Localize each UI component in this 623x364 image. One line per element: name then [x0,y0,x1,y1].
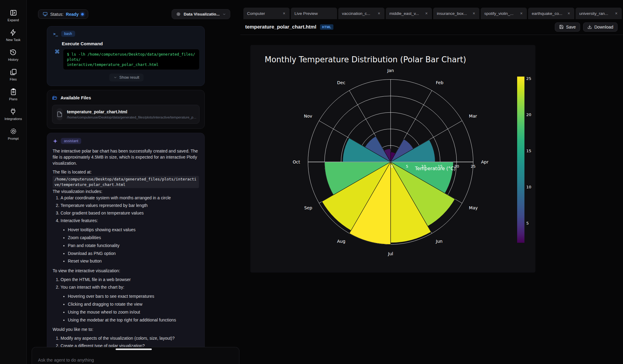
chat-panel: Status: Ready Data Visualizatio... >_ ba… [27,0,240,364]
download-icon [587,25,592,29]
download-button[interactable]: Download [583,22,618,32]
tab-close-icon[interactable]: × [472,11,476,16]
sidebar-item-integrations[interactable]: Integrations [5,108,22,121]
list-item: Using the mouse wheel to zoom in/out [68,309,199,315]
panel-drag-handle[interactable] [116,349,152,350]
gear-icon [176,12,181,17]
sidebar-item-label: Prompt [8,137,19,140]
save-label: Save [566,25,576,29]
tab-label: vaccination_c... [342,11,370,16]
agent-selector-dropdown[interactable]: Data Visualizatio... [172,9,230,19]
assistant-message-body: The interactive polar bar chart has been… [53,148,199,364]
file-list-item[interactable]: temperature_polar_chart.html /home/compu… [52,105,200,124]
chart-card: Monthly Temperature Distribution (Polar … [250,45,535,273]
file-thumb [57,108,63,120]
status-value: Ready [66,12,79,17]
bullet-list: Hover tooltips showing exact valuesZoom … [62,227,199,264]
download-label: Download [594,25,613,29]
list-item: A polar coordinate system with months ar… [61,195,199,201]
chevron-down-icon [113,76,117,79]
list-item: Hovering over bars to see exact temperat… [68,294,199,300]
tool-card-header: >_ bash [53,31,200,37]
list-item: Open the HTML file in a web browser [61,277,199,283]
colorbar-tick-label: 20 [526,112,531,117]
assistant-header: assistant [53,138,199,144]
assistant-message: assistant The interactive polar bar char… [47,133,205,364]
tab-live-preview[interactable]: Live Preview [291,8,337,19]
svg-text:Jan: Jan [387,68,394,73]
tab-bar: Computer×Live Previewvaccination_c...×mi… [240,0,623,19]
sidebar-item-label: Integrations [5,117,22,121]
tab-spotify-violin[interactable]: spotify_violin_...× [481,8,527,19]
colorbar [517,77,524,243]
sidebar-item-label: History [8,58,18,61]
command-icon: ⌘ [54,49,60,55]
list-item: You can interact with the chart by: [61,284,199,290]
sidebar-item-expand[interactable]: Expand [8,9,19,22]
open-file-name: temperature_polar_chart.html [245,24,316,30]
tab-close-icon[interactable]: × [567,11,571,16]
command-code-block: $ ls -lh /home/computeruse/Desktop/data/… [63,49,200,70]
list-item: Temperature values represented by bar le… [61,203,199,209]
svg-text:5: 5 [406,164,408,169]
folder-open-icon [52,95,57,101]
list-item: Download as PNG option [68,251,199,257]
tab-close-icon[interactable]: × [282,11,286,16]
tab-vaccination-c[interactable]: vaccination_c...× [338,8,385,19]
paragraph: The file is located at: [53,169,199,175]
tool-badge: bash [61,31,75,37]
sidebar-item-label: Plans [9,97,18,101]
polar-bar-chart[interactable]: 0510152025Temperature (°C)JanFebMarAprMa… [250,45,535,273]
svg-text:Sep: Sep [304,205,312,210]
chat-input[interactable] [38,358,227,362]
status-dot [81,13,84,15]
sidebar-item-label: Expand [8,18,19,22]
svg-text:25: 25 [471,164,476,169]
available-files-card: Available Files temperature_polar_chart.… [47,90,205,129]
inline-code-path: /home/computeruse/Desktop/data/generated… [53,176,199,188]
file-header: temperature_polar_chart.html HTML Save D… [240,19,623,35]
sidebar: ExpandNew TaskHistoryFilesPlansIntegrati… [0,0,27,364]
svg-text:Oct: Oct [293,160,300,164]
colorbar-tick-label: 15 [526,149,531,153]
tab-close-icon[interactable]: × [425,11,428,16]
sidebar-item-new-task[interactable]: New Task [6,29,20,42]
role-badge: assistant [61,138,81,144]
tab-earthquake-co[interactable]: earthquake_co...× [528,8,574,19]
tool-action-title: Execute Command [62,41,200,46]
svg-text:May: May [469,205,478,210]
tab-close-icon[interactable]: × [377,11,381,16]
clipboard-icon [10,88,17,95]
svg-text:Nov: Nov [304,114,312,118]
sidebar-item-plans[interactable]: Plans [9,88,18,101]
paragraph: The interactive polar bar chart has been… [53,148,199,167]
chat-message-list[interactable]: >_ bash Execute Command ⌘ $ ls -lh /home… [27,22,240,343]
files-icon [10,68,17,76]
colorbar-tick-label: 5 [526,221,529,225]
tab-insurance-box[interactable]: insurance_box...× [433,8,479,19]
sidebar-item-files[interactable]: Files [10,68,17,81]
save-button[interactable]: Save [555,22,580,32]
list-item: Using the modebar at the top right for a… [68,317,199,323]
show-result-button[interactable]: Show result [109,74,143,81]
tab-middle-east-v[interactable]: middle_east_v...× [386,8,432,19]
list-item: Reset view button [68,258,199,264]
terminal-icon: >_ [53,32,58,36]
tab-computer[interactable]: Computer× [243,8,290,19]
chevron-down-icon [222,12,226,16]
svg-text:0: 0 [391,164,393,169]
tab-label: university_ran... [579,11,608,16]
tab-close-icon[interactable]: × [614,11,618,16]
file-header-left: temperature_polar_chart.html HTML [245,24,333,30]
tab-university-ran[interactable]: university_ran...× [576,8,622,19]
command-row: ⌘ $ ls -lh /home/computeruse/Desktop/dat… [54,49,200,70]
file-header-actions: Save Download [555,22,618,32]
tab-label: Computer [247,11,265,16]
gear-icon [10,128,17,135]
tab-close-icon[interactable]: × [520,11,523,16]
svg-text:Temperature (°C): Temperature (°C) [415,166,456,171]
colorbar-tick-label: 25 [526,76,531,81]
status-label: Status: [50,12,64,17]
sidebar-item-history[interactable]: History [8,49,18,61]
sidebar-item-prompt[interactable]: Prompt [8,128,19,140]
